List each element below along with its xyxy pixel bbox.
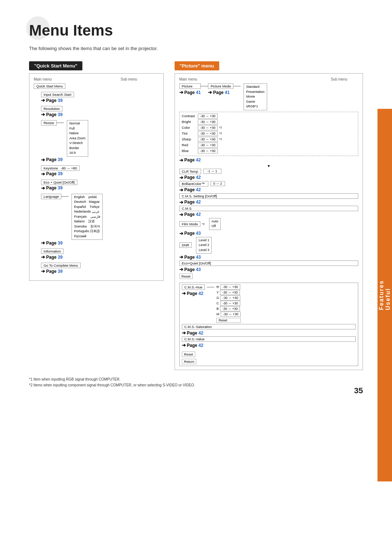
qs-arrow-2: ➔ — [41, 112, 45, 117]
qs-page-ref-1: Page 39 — [46, 98, 62, 103]
qs-language-options: English polski Deutsch Magyar Español Tü… — [72, 194, 103, 240]
pic-arrow-sat: ➔ — [182, 330, 186, 336]
pic-page-hue: Page 42 — [187, 291, 203, 296]
qs-info-box: Information — [41, 249, 64, 254]
pic-page-val: Page 42 — [187, 343, 203, 348]
qs-arrow-8: ➔ — [41, 268, 45, 274]
hue-y-range: -30 ↔ +30 — [220, 290, 240, 295]
hue-m-label: M — [216, 312, 219, 316]
pic-color-row: Color -30 ↔ +30 *2 — [182, 125, 356, 130]
pic-sharp-range: -30 ↔ +30 — [198, 137, 218, 142]
menus-row: "Quick Start Menu" Main menu Sub menu Qu… — [29, 61, 363, 370]
pic-sharp-label: Sharp — [182, 137, 196, 141]
page-title: Menu Items — [29, 22, 363, 39]
pic-red-range: -30 ↔ +30 — [198, 143, 218, 148]
qs-arrow-7: ➔ — [41, 254, 45, 260]
pic-mode-options: Standard Presentation Movie Game sRGB*1 — [244, 83, 267, 110]
pic-page-film: Page 43 — [184, 231, 201, 236]
qs-arrow-6: ➔ — [41, 240, 45, 246]
pic-tint-note: *2 — [219, 132, 222, 135]
pic-clrtemp-range: -1 ↔ 1 — [203, 169, 221, 174]
qs-main-label: Main menu — [34, 77, 52, 81]
pic-page-41b: Page 41 — [213, 90, 229, 95]
pic-page-sat: Page 42 — [187, 331, 203, 336]
pic-arrow-cms: ➔ — [179, 212, 183, 217]
footnote-1: *1 Item when inputting RGB signal throug… — [29, 377, 363, 382]
quick-start-header: "Quick Start Menu" — [29, 61, 82, 70]
pic-arrow-ecoquiet: ➔ — [179, 267, 183, 272]
pic-cms-reset: Reset — [182, 352, 195, 357]
pic-arrow-film: ➔ — [179, 231, 183, 236]
qs-group-language: Language English polski Deutsch Magyar E… — [34, 194, 159, 246]
pic-red-row: Red -30 ↔ +30 — [182, 143, 356, 148]
side-tab-text: Useful Features — [378, 280, 391, 310]
qs-resize-connector — [57, 123, 64, 123]
qs-complete-box: Go To Complete Menu — [41, 263, 81, 268]
qs-arrow-3: ➔ — [41, 157, 45, 163]
pic-arrow-mode: ➔ — [208, 90, 212, 95]
pic-page-color: Page 42 — [184, 157, 201, 163]
hue-y-label: Y — [216, 291, 219, 294]
side-tab-container: Useful Features — [377, 109, 392, 481]
qs-resize-box: Resize — [41, 120, 57, 126]
intro-text: The following shows the items that can b… — [29, 46, 363, 51]
pic-arrow-clrtemp: ➔ — [179, 175, 183, 180]
pic-ecoquiet-box: Eco+Quiet [On/Off] — [179, 260, 358, 266]
pic-dnr-box: DNR — [179, 242, 192, 248]
hue-g-label: G — [216, 296, 219, 300]
qs-resize-options: Normal Full Native Area Zoom V-Stretch B… — [67, 120, 88, 157]
side-tab-line2: Features — [378, 280, 384, 310]
pic-arrow-hue: ➔ — [182, 291, 186, 296]
pic-bright-range: -30 ↔ +30 — [198, 119, 218, 124]
pic-arrow-cms-setting: ➔ — [179, 200, 183, 205]
pic-cms-setting-box: C.M.S. Setting [On/Off] — [179, 193, 358, 199]
page-number: 35 — [354, 386, 363, 395]
pic-tint-label: Tint — [182, 131, 196, 135]
pic-return-box: Return — [182, 359, 197, 364]
qs-page-ref-5: Page 39 — [46, 185, 62, 190]
qs-group-complete: Go To Complete Menu ➔ Page 39 — [34, 263, 159, 274]
qs-group-info: Information ➔ Page 39 — [34, 249, 159, 260]
qs-language-box: Language — [41, 194, 61, 199]
pic-arrow-val: ➔ — [182, 342, 186, 348]
pic-page-brilliant: Page 42 — [184, 187, 201, 192]
pic-contrast-row: Contrast -30 ↔ +30 — [182, 114, 356, 119]
pic-page-ecoquiet: Page 43 — [184, 267, 201, 272]
qs-group-resolution: Resolution ➔ Page 39 — [34, 106, 159, 117]
qs-label-row: Main menu Sub menu — [34, 77, 159, 81]
page-container: Menu Items The following shows the items… — [0, 0, 392, 410]
qs-group-keystone: Keystone -80 ↔ +80 ➔ Page 39 — [34, 165, 159, 177]
footnote-2: *2 Items when inputting component signal… — [29, 382, 363, 388]
pic-page-cms-setting: Page 42 — [184, 200, 201, 205]
qs-group-input: Input Search Start ➔ Page 39 — [34, 92, 159, 103]
pic-cms-box: C.M.S. — [179, 206, 358, 211]
pic-arrow-color: ➔ — [179, 157, 183, 163]
hue-b-range: -30 ↔ +30 — [220, 306, 240, 311]
pic-contrast-range: -30 ↔ +30 — [198, 114, 218, 119]
pic-color-note: *2 — [219, 126, 222, 129]
qs-resolution-box: Resolution — [41, 106, 62, 111]
pic-triangle: ▼ — [179, 164, 358, 168]
pic-brilliant-range: 0 ↔ 2 — [211, 181, 225, 186]
qs-page-ref-4: Page 39 — [46, 171, 62, 176]
qs-keystone-box: Keystone -80 ↔ +80 — [41, 165, 79, 171]
pic-blue-label: Blue — [182, 149, 196, 153]
pic-blue-range: -30 ↔ +30 — [198, 148, 218, 153]
pic-main-box: Picture — [179, 83, 201, 89]
pic-brilliant-box: BrilliantColor™ — [179, 181, 208, 186]
hue-b-label: B — [216, 307, 219, 311]
hue-r-label: R — [216, 285, 219, 289]
pic-conn-mode — [201, 86, 208, 86]
side-tab-line1: Useful — [385, 288, 391, 310]
qs-page-ref-7: Page 39 — [46, 255, 62, 260]
pic-dnr-options: Level 1 Level 2 Level 3 — [196, 237, 212, 254]
picture-section: "Picture" menu Main menu Sub menu Pictur… — [175, 61, 363, 370]
pic-page-dnr: Page 43 — [184, 255, 201, 260]
quick-start-diagram: Main menu Sub menu Quick Start Menu Inpu… — [29, 73, 164, 281]
qs-page-ref-3: Page 39 — [46, 157, 62, 162]
pic-arrow-dnr: ➔ — [179, 254, 183, 260]
qs-input-search-box: Input Search Start — [41, 92, 74, 97]
pic-page-clrtemp: Page 42 — [184, 175, 201, 180]
pic-film-note: *2 — [202, 222, 205, 226]
pic-arrow-main: ➔ — [179, 90, 183, 95]
